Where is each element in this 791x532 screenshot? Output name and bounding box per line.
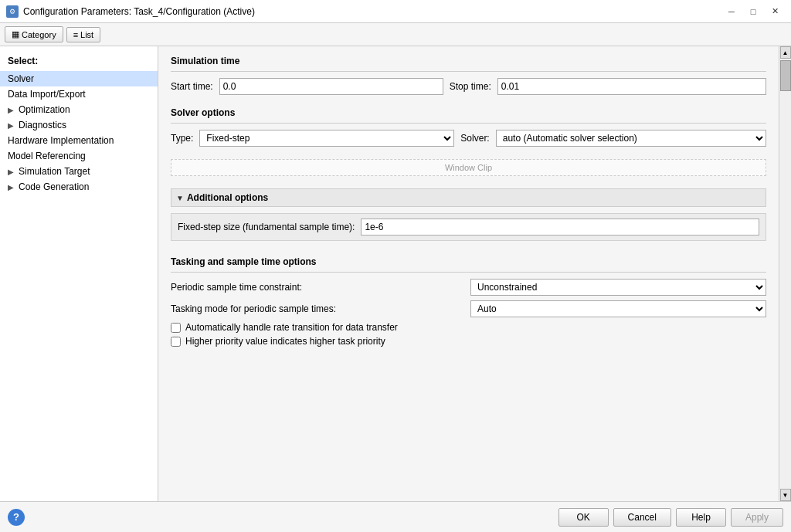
title-bar-buttons: ─ □ ✕ [721, 4, 785, 19]
tasking-mode-label: Tasking mode for periodic sample times: [171, 303, 464, 314]
additional-options-label: Additional options [187, 192, 268, 203]
code-generation-arrow-icon: ▶ [8, 183, 15, 191]
auto-handle-row: Automatically handle rate transition for… [171, 322, 766, 333]
type-select[interactable]: Fixed-step Variable-step [199, 130, 454, 147]
optimization-label: Optimization [19, 104, 70, 115]
sidebar-item-model-referencing[interactable]: Model Referencing [0, 148, 158, 164]
higher-priority-checkbox[interactable] [171, 337, 181, 347]
title-bar-left: ⚙ Configuration Parameters: Task_4/Confi… [6, 5, 255, 18]
hardware-implementation-label: Hardware Implementation [8, 135, 114, 146]
model-referencing-label: Model Referencing [8, 151, 86, 161]
ok-button[interactable]: OK [558, 508, 609, 527]
sidebar-item-optimization[interactable]: ▶ Optimization [0, 102, 158, 117]
scrollbar: ▲ ▼ [779, 46, 791, 501]
tasking-mode-row: Tasking mode for periodic sample times: … [171, 300, 766, 317]
help-button[interactable]: Help [676, 508, 726, 527]
sidebar-item-solver[interactable]: Solver [0, 71, 158, 86]
code-generation-label: Code Generation [19, 181, 89, 192]
simulation-time-divider [171, 71, 766, 72]
window-title: Configuration Parameters: Task_4/Configu… [23, 6, 255, 17]
periodic-constraint-select[interactable]: Unconstrained Specified Ensure sample ti… [470, 279, 766, 296]
simulation-time-row: Start time: Stop time: [171, 78, 766, 95]
sidebar-item-simulation-target[interactable]: ▶ Simulation Target [0, 164, 158, 179]
sidebar-select-label: Select: [0, 53, 158, 71]
maximize-button[interactable]: □ [743, 4, 763, 19]
additional-options-header[interactable]: ▼ Additional options [171, 188, 766, 207]
cancel-button[interactable]: Cancel [613, 508, 671, 527]
simulation-target-arrow-icon: ▶ [8, 168, 15, 176]
tasking-mode-select[interactable]: Auto SingleTasking MultiTasking [470, 300, 766, 317]
solver-select[interactable]: auto (Automatic solver selection) ode45 … [496, 130, 766, 147]
sidebar-item-code-generation[interactable]: ▶ Code Generation [0, 179, 158, 195]
category-button[interactable]: ▦ Category [5, 26, 63, 42]
main-content: Select: Solver Data Import/Export ▶ Opti… [0, 46, 791, 501]
tasking-options-section: Tasking and sample time options Periodic… [171, 256, 766, 350]
minimize-button[interactable]: ─ [721, 4, 742, 19]
solver-label: Solver [8, 73, 34, 84]
help-icon-circle[interactable]: ? [8, 509, 25, 526]
higher-priority-label: Higher priority value indicates higher t… [185, 336, 385, 347]
sidebar-item-diagnostics[interactable]: ▶ Diagnostics [0, 117, 158, 133]
collapse-arrow-icon: ▼ [176, 194, 184, 202]
start-time-label: Start time: [171, 81, 213, 92]
stop-time-label: Stop time: [450, 81, 491, 92]
start-time-input[interactable] [219, 78, 443, 95]
close-button[interactable]: ✕ [765, 4, 785, 19]
app-icon: ⚙ [6, 5, 19, 18]
sidebar: Select: Solver Data Import/Export ▶ Opti… [0, 46, 158, 501]
window-clip-hint: Window Clip [171, 159, 766, 176]
simulation-time-section: Simulation time Start time: Stop time: [171, 56, 766, 100]
sidebar-item-data-import-export[interactable]: Data Import/Export [0, 86, 158, 102]
tasking-section-title: Tasking and sample time options [171, 256, 766, 267]
additional-options-section: ▼ Additional options Fixed-step size (fu… [171, 188, 766, 249]
list-icon: ≡ [73, 30, 78, 39]
periodic-constraint-row: Periodic sample time constraint: Unconst… [171, 279, 766, 296]
bottom-bar: ? OK Cancel Help Apply [0, 501, 791, 532]
simulation-time-title: Simulation time [171, 56, 766, 66]
fixed-step-row: Fixed-step size (fundamental sample time… [171, 213, 766, 241]
higher-priority-row: Higher priority value indicates higher t… [171, 336, 766, 347]
diagnostics-label: Diagnostics [19, 120, 66, 130]
bottom-left: ? [8, 509, 25, 526]
list-button[interactable]: ≡ List [66, 27, 101, 42]
solver-label: Solver: [460, 133, 489, 144]
title-bar: ⚙ Configuration Parameters: Task_4/Confi… [0, 0, 791, 23]
list-label: List [80, 30, 93, 39]
type-label: Type: [171, 133, 193, 144]
fixed-step-size-input[interactable] [361, 219, 759, 236]
scroll-down-arrow[interactable]: ▼ [780, 489, 791, 501]
periodic-constraint-label: Periodic sample time constraint: [171, 282, 464, 293]
diagnostics-arrow-icon: ▶ [8, 121, 15, 130]
stop-time-input[interactable] [497, 78, 766, 95]
auto-handle-label: Automatically handle rate transition for… [185, 322, 398, 333]
category-grid-icon: ▦ [12, 29, 19, 39]
solver-options-section: Solver options Type: Fixed-step Variable… [171, 107, 766, 151]
solver-type-row: Type: Fixed-step Variable-step Solver: a… [171, 130, 766, 147]
tasking-divider [171, 272, 766, 273]
toolbar: ▦ Category ≡ List [0, 23, 791, 46]
scroll-up-arrow[interactable]: ▲ [780, 46, 791, 59]
apply-button[interactable]: Apply [731, 508, 783, 527]
data-import-export-label: Data Import/Export [8, 89, 86, 100]
right-panel: Simulation time Start time: Stop time: S… [158, 46, 779, 501]
simulation-target-label: Simulation Target [19, 166, 90, 177]
sidebar-item-hardware-implementation[interactable]: Hardware Implementation [0, 133, 158, 148]
auto-handle-checkbox[interactable] [171, 323, 181, 333]
scroll-thumb[interactable] [780, 60, 791, 91]
bottom-buttons: OK Cancel Help Apply [558, 508, 783, 527]
category-label: Category [22, 30, 56, 39]
fixed-step-size-label: Fixed-step size (fundamental sample time… [178, 222, 355, 232]
solver-options-title: Solver options [171, 107, 766, 118]
solver-options-divider [171, 123, 766, 124]
optimization-arrow-icon: ▶ [8, 106, 15, 114]
